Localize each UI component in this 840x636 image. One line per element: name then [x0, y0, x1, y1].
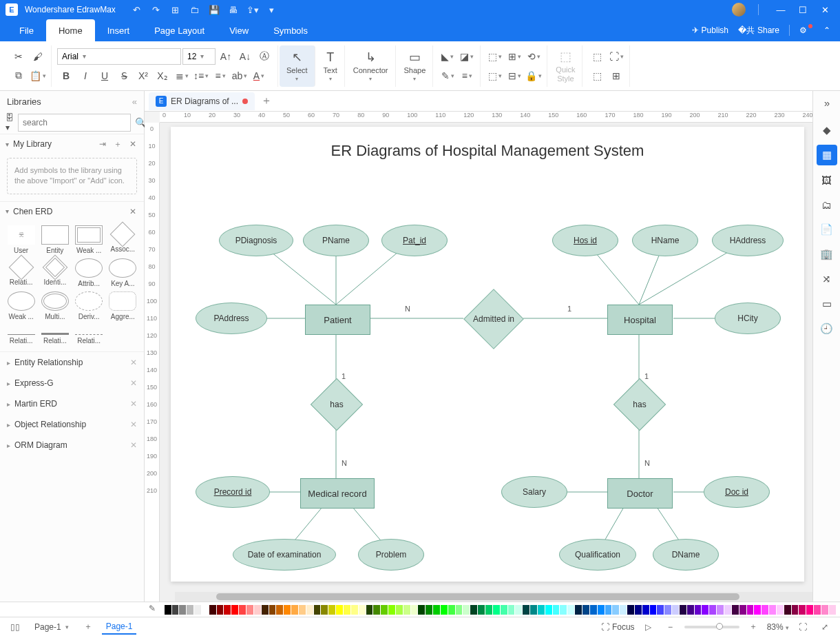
library-chooser-icon[interactable]: 🗄▾: [6, 114, 14, 132]
export-icon[interactable]: ⇪▾: [245, 2, 260, 17]
color-swatch[interactable]: [418, 605, 425, 615]
shape-key-attr[interactable]: Key A...: [107, 258, 138, 287]
attr-haddress[interactable]: HAddress: [712, 225, 784, 256]
color-swatch[interactable]: [814, 605, 821, 615]
canvas[interactable]: ER Diagrams of Hospital Management Syste…: [160, 123, 812, 602]
color-swatch[interactable]: [373, 605, 380, 615]
color-swatch[interactable]: [747, 605, 754, 615]
color-swatch[interactable]: [687, 605, 694, 615]
font-decrease-icon[interactable]: A↓: [236, 48, 254, 65]
color-swatch[interactable]: [635, 605, 642, 615]
color-swatch[interactable]: [724, 605, 731, 615]
presentation-icon[interactable]: ▭: [817, 294, 837, 314]
color-swatch[interactable]: [269, 605, 276, 615]
zoom-out-button[interactable]: −: [662, 619, 679, 635]
color-swatch[interactable]: [545, 605, 552, 615]
image-icon[interactable]: 🖼: [817, 170, 837, 190]
color-swatch[interactable]: [179, 605, 186, 615]
color-swatch[interactable]: [680, 605, 686, 615]
rotate-icon[interactable]: ⟲▾: [525, 48, 543, 65]
color-swatch[interactable]: [754, 605, 761, 615]
color-swatch[interactable]: [359, 605, 366, 615]
add-page-button[interactable]: ＋: [80, 619, 96, 635]
attr-hos-id[interactable]: Hos id: [552, 225, 618, 256]
share-button[interactable]: �共 Share: [738, 25, 779, 37]
maximize-button[interactable]: ☐: [793, 2, 812, 17]
color-swatch[interactable]: [246, 605, 253, 615]
entity-doctor[interactable]: Doctor: [607, 478, 673, 509]
line-spacing-icon[interactable]: ↕≡▾: [192, 68, 210, 84]
distribute-icon[interactable]: ⊞: [607, 68, 625, 84]
color-swatch[interactable]: [657, 605, 664, 615]
category-item[interactable]: ▸Object Relationship✕: [0, 414, 144, 435]
color-swatch[interactable]: [493, 605, 500, 615]
color-swatch[interactable]: [470, 605, 477, 615]
color-swatch[interactable]: [650, 605, 657, 615]
color-swatch[interactable]: [426, 605, 432, 615]
same-height-icon[interactable]: ⬚: [588, 68, 606, 84]
save-icon[interactable]: 💾: [207, 2, 222, 17]
color-swatch[interactable]: [508, 605, 515, 615]
color-swatch[interactable]: [590, 605, 597, 615]
page-select[interactable]: Page-1▾: [29, 619, 74, 635]
color-swatch[interactable]: [351, 605, 358, 615]
close-lib-icon[interactable]: ✕: [127, 139, 138, 150]
line-style-icon[interactable]: ≡▾: [458, 68, 476, 84]
fill-color-icon[interactable]: ◣▾: [439, 48, 456, 65]
shape-multi[interactable]: Multi...: [39, 291, 70, 320]
zoom-readout[interactable]: 83% ▾: [767, 622, 789, 632]
attr-salary[interactable]: Salary: [501, 476, 567, 508]
color-swatch[interactable]: [620, 605, 627, 615]
color-swatch[interactable]: [612, 605, 619, 615]
play-button[interactable]: ▷: [640, 619, 657, 635]
shape-line1[interactable]: Relati...: [6, 325, 36, 345]
color-swatch[interactable]: [501, 605, 507, 615]
attr-qualification[interactable]: Qualification: [559, 539, 636, 571]
close-chen-icon[interactable]: ✕: [127, 206, 138, 217]
color-swatch[interactable]: [829, 605, 836, 615]
same-width-icon[interactable]: ⬚: [588, 48, 606, 65]
format-painter-icon[interactable]: 🖌: [29, 48, 47, 65]
color-swatch[interactable]: [276, 605, 283, 615]
color-swatch[interactable]: [448, 605, 455, 615]
new-icon[interactable]: ⊞: [168, 2, 183, 17]
tab-symbols[interactable]: Symbols: [261, 19, 320, 41]
color-swatch[interactable]: [388, 605, 395, 615]
color-swatch[interactable]: [538, 605, 545, 615]
minimize-button[interactable]: —: [771, 2, 790, 17]
font-color-icon[interactable]: A▾: [250, 68, 268, 84]
color-swatch[interactable]: [254, 605, 261, 615]
subscript-icon[interactable]: X₂: [154, 68, 171, 84]
color-swatch[interactable]: [709, 605, 716, 615]
crop-icon[interactable]: ⛶▾: [607, 48, 625, 65]
history-icon[interactable]: 🕘: [817, 318, 837, 339]
color-swatch[interactable]: [396, 605, 403, 615]
tab-file[interactable]: File: [7, 19, 46, 41]
print-icon[interactable]: 🖶: [226, 2, 241, 17]
rel-has-2[interactable]: has: [621, 386, 658, 423]
color-swatch[interactable]: [321, 605, 328, 615]
color-swatch[interactable]: [306, 605, 313, 615]
tab-view[interactable]: View: [217, 19, 261, 41]
bold-icon[interactable]: B: [57, 68, 75, 84]
color-swatch[interactable]: [605, 605, 612, 615]
shape-assoc[interactable]: Assoc...: [107, 225, 138, 254]
focus-button[interactable]: ⛶ Focus: [601, 622, 635, 632]
color-swatch[interactable]: [291, 605, 298, 615]
color-swatch[interactable]: [314, 605, 321, 615]
shape-entity[interactable]: Entity: [39, 225, 70, 254]
attr-problem[interactable]: Problem: [358, 539, 424, 571]
color-swatch[interactable]: [672, 605, 679, 615]
color-swatch[interactable]: [328, 605, 335, 615]
tab-home[interactable]: Home: [46, 19, 95, 41]
shape-aggregate[interactable]: Aggre...: [107, 291, 138, 320]
bullets-icon[interactable]: ≣▾: [173, 68, 191, 84]
layout-icon[interactable]: ▦: [817, 145, 837, 165]
attr-pname[interactable]: PName: [303, 225, 369, 256]
color-swatch[interactable]: [336, 605, 343, 615]
page-settings-icon[interactable]: 📄: [817, 219, 837, 240]
color-swatch[interactable]: [762, 605, 768, 615]
document-tab[interactable]: E ER Diagrams of ...: [149, 92, 255, 110]
close-button[interactable]: ✕: [815, 2, 834, 17]
send-back-icon[interactable]: ⬚▾: [486, 68, 504, 84]
